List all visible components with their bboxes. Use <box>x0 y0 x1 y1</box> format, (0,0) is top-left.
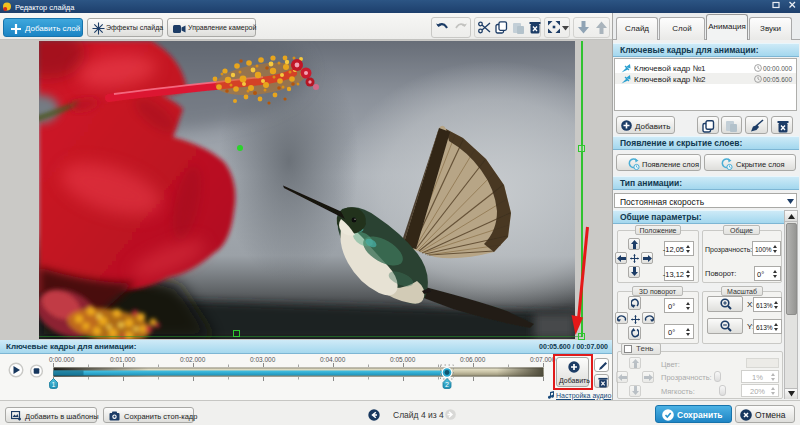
svg-text:1: 1 <box>52 381 56 388</box>
svg-text:2: 2 <box>445 381 449 388</box>
